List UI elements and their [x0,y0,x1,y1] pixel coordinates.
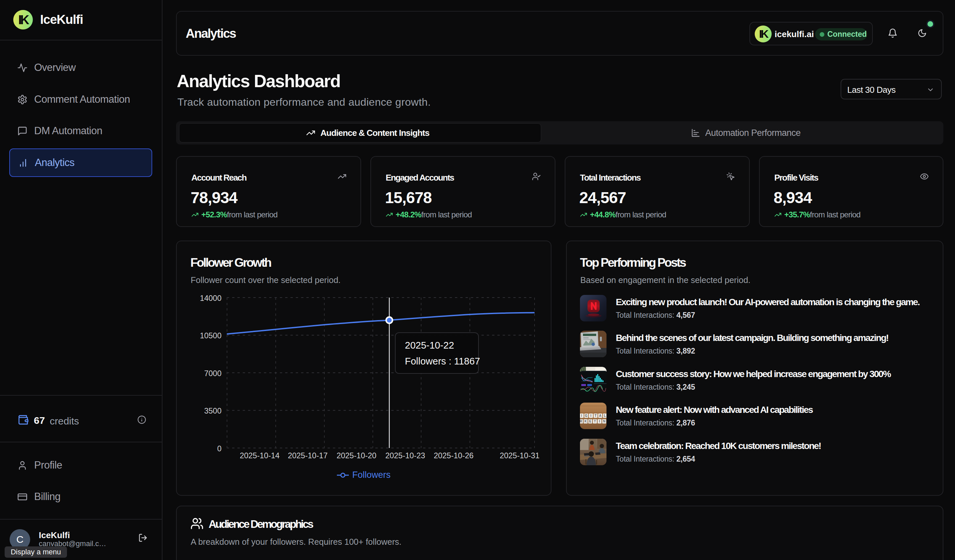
svg-text:10500: 10500 [200,331,221,340]
svg-text:2025-10-31: 2025-10-31 [500,451,540,460]
svg-text:2025-10-26: 2025-10-26 [434,451,474,460]
svg-text:0: 0 [217,445,221,453]
svg-text:R: R [580,420,582,423]
svg-text:G: G [585,414,587,418]
svg-text:I: I [590,414,592,418]
svg-text:2025-10-17: 2025-10-17 [288,451,327,460]
svg-text:7000: 7000 [204,369,221,378]
svg-text:14000: 14000 [200,294,221,303]
svg-text:I: I [599,420,600,423]
svg-text:T: T [595,414,596,418]
svg-text:A: A [599,414,601,418]
svg-text:K: K [584,420,587,423]
svg-text:2025-10-20: 2025-10-20 [337,451,376,460]
svg-text:T: T [594,420,596,423]
svg-text:2025-10-14: 2025-10-14 [240,451,280,460]
svg-text:I: I [581,414,582,418]
svg-text:N: N [603,420,605,423]
svg-text:2025-10-23: 2025-10-23 [385,451,425,460]
svg-text:3500: 3500 [204,407,221,415]
svg-text:L: L [604,414,606,418]
svg-text:E: E [589,420,592,423]
